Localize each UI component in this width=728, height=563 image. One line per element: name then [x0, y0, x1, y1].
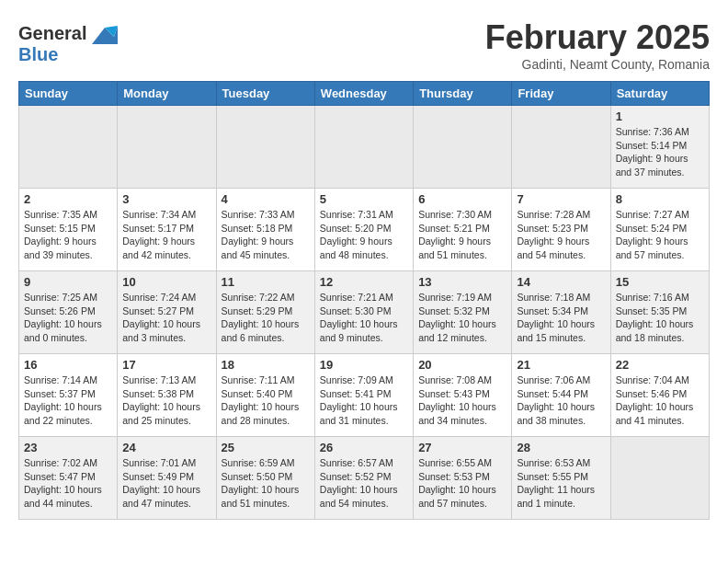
day-info: Sunrise: 7:25 AM Sunset: 5:26 PM Dayligh…: [24, 291, 112, 345]
day-number: 4: [222, 192, 310, 206]
calendar-day-cell: 8Sunrise: 7:27 AM Sunset: 5:24 PM Daylig…: [610, 189, 709, 271]
day-number: 12: [320, 275, 408, 289]
day-info: Sunrise: 7:18 AM Sunset: 5:34 PM Dayligh…: [517, 291, 605, 345]
calendar-day-cell: [414, 106, 512, 189]
calendar-week-row: 16Sunrise: 7:14 AM Sunset: 5:37 PM Dayli…: [19, 354, 710, 437]
day-number: 16: [24, 358, 112, 372]
day-info: Sunrise: 7:11 AM Sunset: 5:40 PM Dayligh…: [222, 373, 310, 428]
day-info: Sunrise: 7:06 AM Sunset: 5:44 PM Dayligh…: [517, 373, 605, 428]
day-info: Sunrise: 7:19 AM Sunset: 5:32 PM Dayligh…: [418, 291, 506, 345]
calendar-day-cell: 16Sunrise: 7:14 AM Sunset: 5:37 PM Dayli…: [19, 354, 118, 437]
day-number: 6: [418, 192, 506, 206]
day-number: 26: [320, 441, 408, 454]
calendar-day-cell: [512, 106, 610, 189]
col-monday: Monday: [118, 82, 216, 106]
calendar-day-cell: 14Sunrise: 7:18 AM Sunset: 5:34 PM Dayli…: [512, 271, 610, 354]
day-info: Sunrise: 7:33 AM Sunset: 5:18 PM Dayligh…: [222, 208, 310, 262]
day-info: Sunrise: 7:08 AM Sunset: 5:43 PM Dayligh…: [418, 373, 506, 428]
calendar-day-cell: 5Sunrise: 7:31 AM Sunset: 5:20 PM Daylig…: [314, 189, 413, 271]
col-tuesday: Tuesday: [216, 82, 314, 106]
day-info: Sunrise: 7:04 AM Sunset: 5:46 PM Dayligh…: [616, 373, 704, 428]
month-year: February 2025: [485, 18, 710, 57]
calendar-day-cell: 6Sunrise: 7:30 AM Sunset: 5:21 PM Daylig…: [414, 189, 512, 271]
day-info: Sunrise: 6:59 AM Sunset: 5:50 PM Dayligh…: [222, 456, 310, 511]
day-number: 11: [222, 275, 310, 289]
calendar-day-cell: 17Sunrise: 7:13 AM Sunset: 5:38 PM Dayli…: [118, 354, 216, 437]
day-info: Sunrise: 7:21 AM Sunset: 5:30 PM Dayligh…: [320, 291, 408, 345]
day-info: Sunrise: 7:28 AM Sunset: 5:23 PM Dayligh…: [517, 208, 605, 262]
calendar-day-cell: 10Sunrise: 7:24 AM Sunset: 5:27 PM Dayli…: [118, 271, 216, 354]
calendar-day-cell: 7Sunrise: 7:28 AM Sunset: 5:23 PM Daylig…: [512, 189, 610, 271]
calendar-day-cell: 4Sunrise: 7:33 AM Sunset: 5:18 PM Daylig…: [216, 189, 314, 271]
calendar-day-cell: 15Sunrise: 7:16 AM Sunset: 5:35 PM Dayli…: [610, 271, 709, 354]
calendar-day-cell: 26Sunrise: 6:57 AM Sunset: 5:52 PM Dayli…: [314, 437, 413, 520]
calendar-day-cell: 13Sunrise: 7:19 AM Sunset: 5:32 PM Dayli…: [414, 271, 512, 354]
calendar-day-cell: 25Sunrise: 6:59 AM Sunset: 5:50 PM Dayli…: [216, 437, 314, 520]
day-info: Sunrise: 6:57 AM Sunset: 5:52 PM Dayligh…: [320, 456, 408, 511]
logo: General Blue: [18, 18, 118, 65]
day-number: 19: [320, 358, 408, 372]
calendar-day-cell: 11Sunrise: 7:22 AM Sunset: 5:29 PM Dayli…: [216, 271, 314, 354]
calendar-day-cell: [610, 437, 709, 520]
col-friday: Friday: [512, 82, 610, 106]
day-number: 22: [616, 358, 704, 372]
day-number: 20: [418, 358, 506, 372]
page-header: General Blue February 2025 Gadinti, Neam…: [18, 18, 710, 72]
day-info: Sunrise: 6:53 AM Sunset: 5:55 PM Dayligh…: [517, 456, 605, 511]
col-wednesday: Wednesday: [314, 82, 413, 106]
col-saturday: Saturday: [610, 82, 709, 106]
day-info: Sunrise: 7:13 AM Sunset: 5:38 PM Dayligh…: [122, 373, 210, 428]
day-number: 10: [122, 275, 210, 289]
day-number: 23: [24, 441, 112, 454]
calendar-day-cell: 19Sunrise: 7:09 AM Sunset: 5:41 PM Dayli…: [314, 354, 413, 437]
day-number: 18: [222, 358, 310, 372]
calendar-day-cell: 24Sunrise: 7:01 AM Sunset: 5:49 PM Dayli…: [118, 437, 216, 520]
day-info: Sunrise: 7:27 AM Sunset: 5:24 PM Dayligh…: [616, 208, 704, 262]
day-number: 7: [517, 192, 605, 206]
col-thursday: Thursday: [414, 82, 512, 106]
calendar-table: Sunday Monday Tuesday Wednesday Thursday…: [18, 81, 710, 520]
day-number: 21: [517, 358, 605, 372]
day-number: 9: [24, 275, 112, 289]
calendar-day-cell: 18Sunrise: 7:11 AM Sunset: 5:40 PM Dayli…: [216, 354, 314, 437]
day-info: Sunrise: 7:31 AM Sunset: 5:20 PM Dayligh…: [320, 208, 408, 262]
day-number: 1: [616, 109, 704, 123]
calendar-week-row: 9Sunrise: 7:25 AM Sunset: 5:26 PM Daylig…: [19, 271, 710, 354]
calendar-day-cell: [19, 106, 118, 189]
calendar-week-row: 2Sunrise: 7:35 AM Sunset: 5:15 PM Daylig…: [19, 189, 710, 271]
day-number: 28: [517, 441, 605, 454]
day-number: 2: [24, 192, 112, 206]
day-info: Sunrise: 7:02 AM Sunset: 5:47 PM Dayligh…: [24, 456, 112, 511]
location: Gadinti, Neamt County, Romania: [485, 57, 710, 72]
day-info: Sunrise: 7:30 AM Sunset: 5:21 PM Dayligh…: [418, 208, 506, 262]
title-block: February 2025 Gadinti, Neamt County, Rom…: [485, 18, 710, 72]
calendar-day-cell: [216, 106, 314, 189]
calendar-day-cell: 3Sunrise: 7:34 AM Sunset: 5:17 PM Daylig…: [118, 189, 216, 271]
day-number: 13: [418, 275, 506, 289]
day-info: Sunrise: 7:35 AM Sunset: 5:15 PM Dayligh…: [24, 208, 112, 262]
day-number: 14: [517, 275, 605, 289]
calendar-week-row: 23Sunrise: 7:02 AM Sunset: 5:47 PM Dayli…: [19, 437, 710, 520]
calendar-day-cell: 2Sunrise: 7:35 AM Sunset: 5:15 PM Daylig…: [19, 189, 118, 271]
col-sunday: Sunday: [19, 82, 118, 106]
calendar-day-cell: [314, 106, 413, 189]
day-number: 27: [418, 441, 506, 454]
day-info: Sunrise: 7:24 AM Sunset: 5:27 PM Dayligh…: [122, 291, 210, 345]
calendar-day-cell: 23Sunrise: 7:02 AM Sunset: 5:47 PM Dayli…: [19, 437, 118, 520]
day-number: 8: [616, 192, 704, 206]
calendar-day-cell: 27Sunrise: 6:55 AM Sunset: 5:53 PM Dayli…: [414, 437, 512, 520]
calendar-header-row: Sunday Monday Tuesday Wednesday Thursday…: [19, 82, 710, 106]
day-number: 3: [122, 192, 210, 206]
day-info: Sunrise: 7:36 AM Sunset: 5:14 PM Dayligh…: [616, 125, 704, 179]
calendar-day-cell: 28Sunrise: 6:53 AM Sunset: 5:55 PM Dayli…: [512, 437, 610, 520]
calendar-week-row: 1Sunrise: 7:36 AM Sunset: 5:14 PM Daylig…: [19, 106, 710, 189]
day-info: Sunrise: 7:14 AM Sunset: 5:37 PM Dayligh…: [24, 373, 112, 428]
day-info: Sunrise: 6:55 AM Sunset: 5:53 PM Dayligh…: [418, 456, 506, 511]
day-number: 17: [122, 358, 210, 372]
day-info: Sunrise: 7:16 AM Sunset: 5:35 PM Dayligh…: [616, 291, 704, 345]
logo-general: General: [18, 23, 86, 44]
day-info: Sunrise: 7:22 AM Sunset: 5:29 PM Dayligh…: [222, 291, 310, 345]
calendar-day-cell: 1Sunrise: 7:36 AM Sunset: 5:14 PM Daylig…: [610, 106, 709, 189]
calendar-day-cell: 12Sunrise: 7:21 AM Sunset: 5:30 PM Dayli…: [314, 271, 413, 354]
day-info: Sunrise: 7:34 AM Sunset: 5:17 PM Dayligh…: [122, 208, 210, 262]
